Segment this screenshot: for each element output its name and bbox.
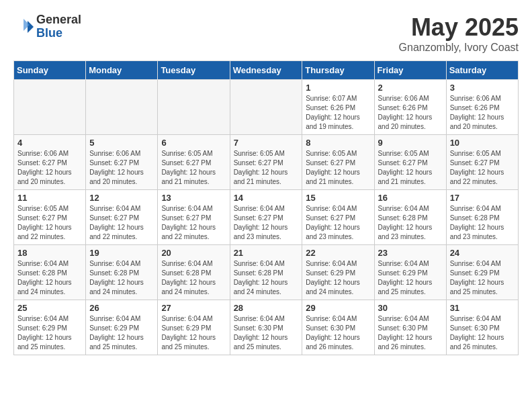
calendar-cell: 19Sunrise: 6:04 AM Sunset: 6:28 PM Dayli… (86, 245, 158, 300)
calendar-cell: 24Sunrise: 6:04 AM Sunset: 6:29 PM Dayli… (446, 245, 518, 300)
day-number: 3 (450, 83, 515, 93)
calendar-cell: 4Sunrise: 6:06 AM Sunset: 6:27 PM Daylig… (14, 135, 86, 190)
calendar-cell: 11Sunrise: 6:05 AM Sunset: 6:27 PM Dayli… (14, 190, 86, 245)
calendar-week-row: 25Sunrise: 6:04 AM Sunset: 6:29 PM Dayli… (14, 300, 519, 355)
day-number: 26 (89, 303, 154, 313)
calendar-cell (86, 80, 158, 135)
page-header: General Blue May 2025 Gnanzombly, Ivory … (13, 13, 519, 54)
weekday-header-wednesday: Wednesday (230, 61, 302, 80)
day-info: Sunrise: 6:04 AM Sunset: 6:29 PM Dayligh… (17, 314, 82, 352)
day-info: Sunrise: 6:06 AM Sunset: 6:26 PM Dayligh… (378, 94, 443, 132)
calendar-cell: 10Sunrise: 6:05 AM Sunset: 6:27 PM Dayli… (446, 135, 518, 190)
calendar-cell: 17Sunrise: 6:04 AM Sunset: 6:28 PM Dayli… (446, 190, 518, 245)
calendar-cell: 29Sunrise: 6:04 AM Sunset: 6:30 PM Dayli… (302, 300, 374, 355)
day-info: Sunrise: 6:04 AM Sunset: 6:29 PM Dayligh… (450, 259, 515, 297)
day-number: 22 (306, 248, 370, 258)
calendar-cell: 26Sunrise: 6:04 AM Sunset: 6:29 PM Dayli… (86, 300, 158, 355)
day-number: 7 (234, 138, 299, 148)
day-info: Sunrise: 6:04 AM Sunset: 6:30 PM Dayligh… (306, 314, 370, 352)
day-number: 10 (450, 138, 515, 148)
weekday-header-row: SundayMondayTuesdayWednesdayThursdayFrid… (14, 61, 519, 80)
weekday-header-sunday: Sunday (14, 61, 86, 80)
logo: General Blue (13, 13, 81, 40)
logo-general-text: General (36, 13, 81, 27)
logo-blue-text: Blue (36, 27, 81, 40)
day-number: 9 (378, 138, 443, 148)
calendar-cell: 15Sunrise: 6:04 AM Sunset: 6:27 PM Dayli… (302, 190, 374, 245)
weekday-header-thursday: Thursday (302, 61, 374, 80)
logo-icon (13, 17, 34, 37)
calendar-cell: 6Sunrise: 6:05 AM Sunset: 6:27 PM Daylig… (158, 135, 230, 190)
calendar-cell: 8Sunrise: 6:05 AM Sunset: 6:27 PM Daylig… (302, 135, 374, 190)
calendar-cell: 3Sunrise: 6:06 AM Sunset: 6:26 PM Daylig… (446, 80, 518, 135)
day-number: 13 (161, 193, 226, 203)
weekday-header-friday: Friday (374, 61, 446, 80)
day-info: Sunrise: 6:04 AM Sunset: 6:29 PM Dayligh… (161, 314, 226, 352)
day-number: 20 (161, 248, 226, 258)
calendar-cell: 1Sunrise: 6:07 AM Sunset: 6:26 PM Daylig… (302, 80, 374, 135)
calendar-cell: 22Sunrise: 6:04 AM Sunset: 6:29 PM Dayli… (302, 245, 374, 300)
day-info: Sunrise: 6:04 AM Sunset: 6:30 PM Dayligh… (234, 314, 299, 352)
day-number: 31 (450, 303, 515, 313)
day-info: Sunrise: 6:05 AM Sunset: 6:27 PM Dayligh… (378, 149, 443, 187)
day-info: Sunrise: 6:04 AM Sunset: 6:28 PM Dayligh… (161, 259, 226, 297)
calendar-cell (158, 80, 230, 135)
calendar-cell: 9Sunrise: 6:05 AM Sunset: 6:27 PM Daylig… (374, 135, 446, 190)
day-info: Sunrise: 6:04 AM Sunset: 6:30 PM Dayligh… (450, 314, 515, 352)
calendar-week-row: 4Sunrise: 6:06 AM Sunset: 6:27 PM Daylig… (14, 135, 519, 190)
day-number: 27 (161, 303, 226, 313)
calendar-cell: 5Sunrise: 6:06 AM Sunset: 6:27 PM Daylig… (86, 135, 158, 190)
day-number: 28 (234, 303, 299, 313)
day-info: Sunrise: 6:04 AM Sunset: 6:27 PM Dayligh… (161, 204, 226, 242)
calendar-cell: 25Sunrise: 6:04 AM Sunset: 6:29 PM Dayli… (14, 300, 86, 355)
day-number: 24 (450, 248, 515, 258)
day-info: Sunrise: 6:04 AM Sunset: 6:29 PM Dayligh… (378, 259, 443, 297)
day-info: Sunrise: 6:04 AM Sunset: 6:28 PM Dayligh… (378, 204, 443, 242)
calendar-cell: 28Sunrise: 6:04 AM Sunset: 6:30 PM Dayli… (230, 300, 302, 355)
month-title: May 2025 (399, 13, 519, 42)
day-info: Sunrise: 6:05 AM Sunset: 6:27 PM Dayligh… (234, 149, 299, 187)
calendar-cell: 12Sunrise: 6:04 AM Sunset: 6:27 PM Dayli… (86, 190, 158, 245)
weekday-header-saturday: Saturday (446, 61, 518, 80)
day-info: Sunrise: 6:04 AM Sunset: 6:28 PM Dayligh… (89, 259, 154, 297)
calendar-cell: 14Sunrise: 6:04 AM Sunset: 6:27 PM Dayli… (230, 190, 302, 245)
calendar-cell: 13Sunrise: 6:04 AM Sunset: 6:27 PM Dayli… (158, 190, 230, 245)
weekday-header-tuesday: Tuesday (158, 61, 230, 80)
day-info: Sunrise: 6:04 AM Sunset: 6:30 PM Dayligh… (378, 314, 443, 352)
calendar-cell: 16Sunrise: 6:04 AM Sunset: 6:28 PM Dayli… (374, 190, 446, 245)
day-number: 12 (89, 193, 154, 203)
day-number: 17 (450, 193, 515, 203)
day-info: Sunrise: 6:04 AM Sunset: 6:29 PM Dayligh… (89, 314, 154, 352)
day-number: 16 (378, 193, 443, 203)
day-info: Sunrise: 6:04 AM Sunset: 6:27 PM Dayligh… (89, 204, 154, 242)
day-number: 29 (306, 303, 370, 313)
day-number: 25 (17, 303, 82, 313)
calendar-cell: 18Sunrise: 6:04 AM Sunset: 6:28 PM Dayli… (14, 245, 86, 300)
day-number: 14 (234, 193, 299, 203)
day-number: 6 (161, 138, 226, 148)
day-number: 1 (306, 83, 370, 93)
weekday-header-monday: Monday (86, 61, 158, 80)
day-info: Sunrise: 6:06 AM Sunset: 6:27 PM Dayligh… (17, 149, 82, 187)
day-number: 11 (17, 193, 82, 203)
day-info: Sunrise: 6:04 AM Sunset: 6:27 PM Dayligh… (234, 204, 299, 242)
calendar-cell: 2Sunrise: 6:06 AM Sunset: 6:26 PM Daylig… (374, 80, 446, 135)
calendar-cell: 21Sunrise: 6:04 AM Sunset: 6:28 PM Dayli… (230, 245, 302, 300)
calendar-cell (230, 80, 302, 135)
day-number: 4 (17, 138, 82, 148)
calendar-week-row: 18Sunrise: 6:04 AM Sunset: 6:28 PM Dayli… (14, 245, 519, 300)
day-info: Sunrise: 6:05 AM Sunset: 6:27 PM Dayligh… (161, 149, 226, 187)
day-info: Sunrise: 6:07 AM Sunset: 6:26 PM Dayligh… (306, 94, 370, 132)
calendar-cell: 30Sunrise: 6:04 AM Sunset: 6:30 PM Dayli… (374, 300, 446, 355)
day-info: Sunrise: 6:04 AM Sunset: 6:29 PM Dayligh… (306, 259, 370, 297)
calendar-week-row: 1Sunrise: 6:07 AM Sunset: 6:26 PM Daylig… (14, 80, 519, 135)
calendar-cell: 20Sunrise: 6:04 AM Sunset: 6:28 PM Dayli… (158, 245, 230, 300)
svg-marker-0 (28, 21, 34, 33)
day-info: Sunrise: 6:06 AM Sunset: 6:26 PM Dayligh… (450, 94, 515, 132)
day-info: Sunrise: 6:06 AM Sunset: 6:27 PM Dayligh… (89, 149, 154, 187)
title-block: May 2025 Gnanzombly, Ivory Coast (399, 13, 519, 54)
day-number: 2 (378, 83, 443, 93)
day-number: 19 (89, 248, 154, 258)
day-info: Sunrise: 6:04 AM Sunset: 6:27 PM Dayligh… (306, 204, 370, 242)
calendar-cell: 7Sunrise: 6:05 AM Sunset: 6:27 PM Daylig… (230, 135, 302, 190)
